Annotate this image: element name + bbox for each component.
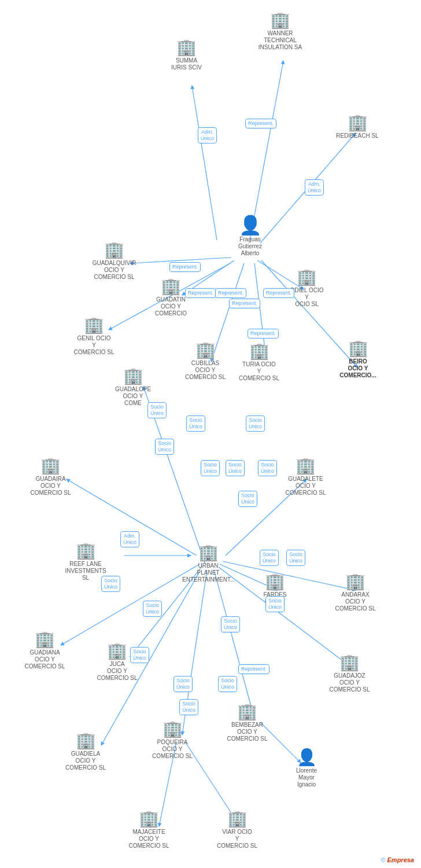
node-guadaira: 🏢 GUADAIRAOCIO YCOMERCIO SL [26,456,75,496]
building-icon-turia: 🏢 [236,341,282,361]
building-icon-viar: 🏢 [214,809,260,829]
badge-represent-bembezar: Represent. [238,664,269,674]
node-llorente: 👤 LlorenteMayorIgnacio [283,748,330,788]
node-bembezar: 🏢 BEMBEZAROCIO YCOMERCIO SL [223,702,272,742]
building-icon-cubillas: 🏢 [182,340,228,360]
badge-adm-reef: Adm.Único [120,531,139,547]
node-genil: 🏢 GENIL OCIOYCOMERCIO SL [69,315,119,356]
node-guadajoz: 🏢 GUADAJOZOCIO YCOMERCIO SL [325,653,374,693]
badge-socio-urban2: SocioÚnico [221,616,240,632]
building-icon-summa: 🏢 [165,38,208,57]
node-viar: 🏢 VIAR OCIOYCOMERCIO SL [214,809,260,849]
badge-socio-poqueira2: SocioÚnico [218,676,237,692]
building-icon-guadalete: 🏢 [281,456,330,476]
building-icon-guadalope: 🏢 [110,366,156,386]
building-icon-andarax: 🏢 [331,572,380,591]
node-guadalope: 🏢 GUADALOPEOCIO YCOME [110,366,156,407]
badge-socio-turia2: SocioÚnico [238,491,257,507]
svg-line-1 [250,61,283,240]
badge-adm-unico-summa: Adm.Único [198,127,217,144]
building-icon-bembezar: 🏢 [223,702,272,722]
building-icon-urban: 🏢 [182,543,234,562]
node-poqueira: 🏢 POQUEIRAOCIO YCOMERCIO SL [149,719,195,760]
badge-represent-guadalquivir: Represent. [169,262,201,272]
badge-socio-fardes3: SocioÚnico [265,596,285,612]
badge-socio-urban: SocioÚnico [143,601,162,617]
badge-socio-fardes2: SocioÚnico [286,550,305,566]
badge-socio-guadalete1: SocioÚnico [258,460,277,476]
badge-represent-2: Represent. [215,288,246,298]
badge-represent-odiel: Represent. [263,288,294,298]
person-icon-fraguas: 👤 [226,214,275,236]
badge-socio-cubillas3: SocioÚnico [226,460,245,476]
svg-line-0 [192,86,217,240]
badge-socio-turia1: SocioÚnico [246,415,265,432]
building-icon-wanner: 🏢 [253,10,308,30]
building-icon-guadalquivir: 🏢 [90,240,139,260]
person-icon-llorente: 👤 [283,748,330,767]
badge-socio-guadalope2: SocioÚnico [155,439,174,455]
node-odiel: 🏢 ODIEL OCIOYOCIO SL [282,267,331,308]
badge-represent-3: Represent. [229,299,260,308]
building-icon-guadiela: 🏢 [62,731,109,751]
badge-socio-guadalope: SocioÚnico [147,402,167,418]
node-guadalete: 🏢 GUADALETEOCIO YCOMERCIO SL [281,456,330,496]
node-guadiela: 🏢 GUADIELAOCIO YCOMERCIO SL [62,731,109,771]
badge-socio-cubillas: SocioÚnico [186,415,205,432]
watermark: © Empresa [381,856,414,863]
node-majaceite: 🏢 MAJACEITEOCIO YCOMERCIO SL [124,809,173,849]
node-redibeach: 🏢 REDIBEACH SL [334,113,381,139]
node-cubillas: 🏢 CUBILLASOCIO YCOMERCIO SL [182,340,228,381]
building-icon-genil: 🏢 [69,315,119,335]
node-turia: 🏢 TURIA OCIOYCOMERCIO SL [236,341,282,382]
badge-represent-guadatin: Represent. [185,288,216,298]
badge-socio-cubillas2: SocioÚnico [201,460,220,476]
badge-represent-wanner: Represent. [245,119,276,128]
building-icon-poqueira: 🏢 [149,719,195,739]
badge-socio-juca: SocioÚnico [130,647,149,663]
building-icon-guadajoz: 🏢 [325,653,374,672]
building-icon-guadiana: 🏢 [20,630,69,649]
building-icon-odiel: 🏢 [282,267,331,287]
node-beiro: 🏢 BEIROOCIO YCOMERCIO... [334,339,382,379]
node-wanner: 🏢 WANNERTECHNICALINSULATION SA [253,10,308,51]
node-urban[interactable]: 🏢 URBANPLANETENTERTAINMENT... [182,543,234,583]
badge-adm-unico-redibeach: Adm.Único [305,179,324,196]
badge-socio-poqueira3: SocioÚnico [179,699,198,715]
node-andarax: 🏢 ANDARAXOCIO YCOMERCIO SL [331,572,380,612]
node-fraguas[interactable]: 👤 FraguasGutierrezAlberto [226,214,275,257]
badge-socio-reef: SocioÚnico [101,576,120,592]
node-summa: 🏢 SUMMAIURIS SCIV [165,38,208,71]
building-icon-guadaira: 🏢 [26,456,75,476]
node-reef[interactable]: 🏢 REEF LANEINVESTMENTSSL [62,541,109,582]
building-icon-fardes: 🏢 [253,572,297,591]
badge-represent-turia: Represent. [248,329,279,339]
badge-socio-fardes1: SocioÚnico [260,550,279,566]
badge-socio-poqueira1: SocioÚnico [173,676,193,692]
node-guadalquivir: 🏢 GUADALQUIVIROCIO YCOMERCIO SL [90,240,139,281]
svg-line-16 [214,570,254,719]
node-guadiana: 🏢 GUADIANAOCIO YCOMERCIO SL [20,630,69,670]
building-icon-reef: 🏢 [62,541,109,561]
building-icon-beiro: 🏢 [334,339,382,358]
building-icon-redibeach: 🏢 [334,113,381,133]
building-icon-majaceite: 🏢 [124,809,173,829]
